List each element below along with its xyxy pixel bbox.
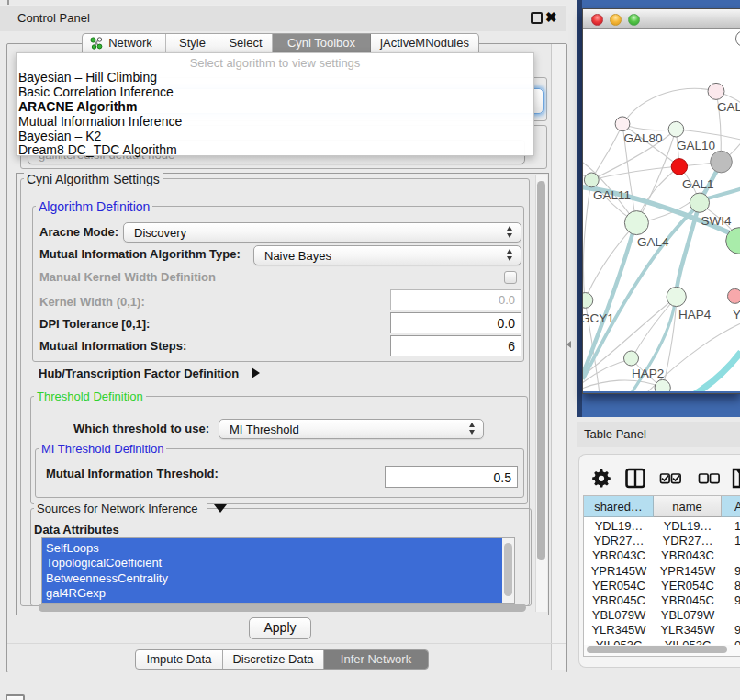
svg-text:GAL4: GAL4 — [637, 235, 669, 249]
svg-text:GAL80: GAL80 — [624, 131, 663, 145]
svg-text:GAL10: GAL10 — [677, 139, 715, 152]
svg-text:HAP2: HAP2 — [632, 367, 664, 380]
svg-text:GAL1: GAL1 — [682, 177, 714, 191]
svg-text:Y: Y — [733, 308, 740, 322]
svg-text:GAL7: GAL7 — [717, 100, 740, 114]
svg-text:SWI4: SWI4 — [701, 214, 732, 228]
svg-text:GAL11: GAL11 — [593, 188, 631, 202]
svg-text:HAP4: HAP4 — [678, 308, 712, 322]
svg-text:GCY1: GCY1 — [583, 311, 614, 325]
